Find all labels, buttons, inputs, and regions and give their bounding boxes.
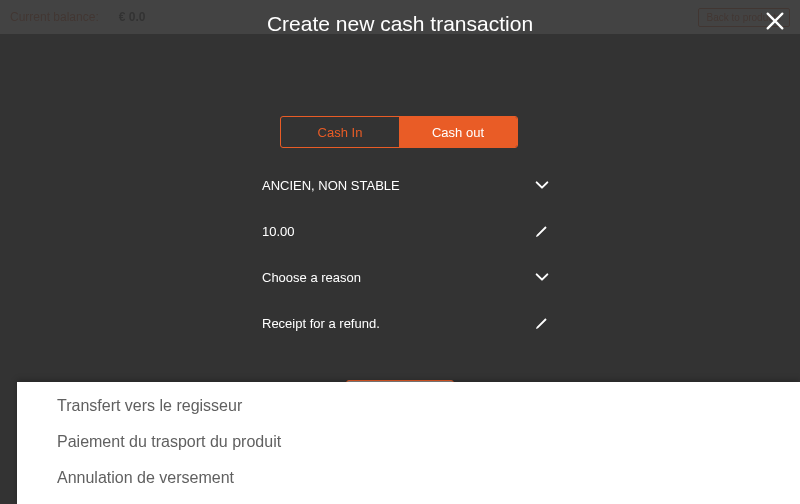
pencil-icon — [530, 223, 550, 239]
note-row[interactable]: Receipt for a refund. — [262, 300, 550, 346]
chevron-down-icon — [530, 177, 550, 193]
cash-out-tab[interactable]: Cash out — [399, 117, 517, 147]
reason-option[interactable]: Paiement du trasport du produit — [17, 424, 800, 460]
cash-in-tab[interactable]: Cash In — [281, 117, 399, 147]
note-value: Receipt for a refund. — [262, 316, 530, 331]
amount-row[interactable]: 10.00 — [262, 208, 550, 254]
close-button[interactable] — [764, 10, 786, 36]
reason-row[interactable]: Choose a reason — [262, 254, 550, 300]
pencil-icon — [530, 315, 550, 331]
reason-option[interactable]: Transfert vers le regisseur — [17, 388, 800, 424]
amount-value: 10.00 — [262, 224, 530, 239]
cash-direction-toggle: Cash In Cash out — [280, 116, 518, 148]
close-icon — [764, 10, 786, 32]
reason-value: Choose a reason — [262, 270, 530, 285]
client-row[interactable]: ANCIEN, NON STABLE — [262, 162, 550, 208]
client-value: ANCIEN, NON STABLE — [262, 178, 530, 193]
modal-title: Create new cash transaction — [0, 12, 800, 36]
reason-dropdown: Transfert vers le regisseur Paiement du … — [17, 382, 800, 504]
reason-option[interactable]: Annulation de versement — [17, 460, 800, 496]
chevron-down-icon — [530, 269, 550, 285]
fields-area: ANCIEN, NON STABLE 10.00 Choose a reason… — [262, 162, 550, 346]
